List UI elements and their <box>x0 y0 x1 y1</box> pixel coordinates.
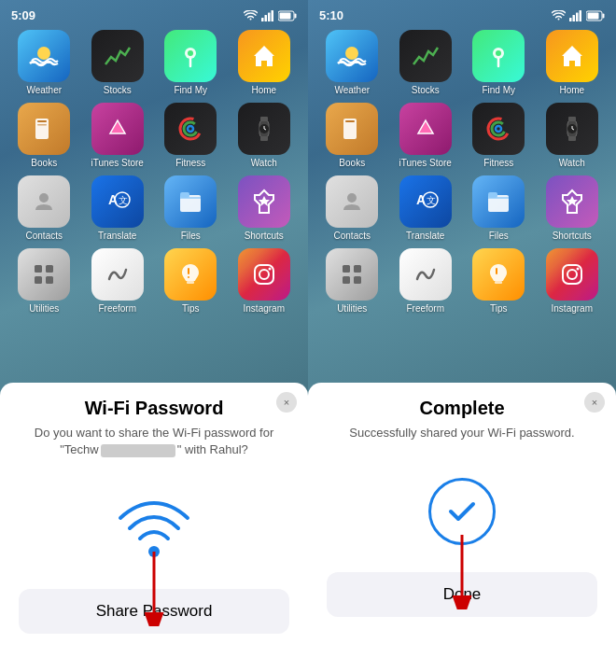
svg-rect-45 <box>576 12 579 21</box>
app-watch-left[interactable]: Watch <box>230 103 300 168</box>
svg-rect-49 <box>588 12 599 19</box>
app-tips-left[interactable]: Tips <box>156 248 226 314</box>
battery-status-icon-right <box>586 10 605 21</box>
weather-icon-right <box>326 30 378 82</box>
findmy-icon-right <box>472 30 525 82</box>
watch-label-left: Watch <box>251 158 277 168</box>
app-itunes-right[interactable]: iTunes Store <box>391 103 461 168</box>
app-watch-right[interactable]: Watch <box>538 103 608 168</box>
left-app-grid: Weather Stocks Find My Home Books <box>9 30 299 314</box>
svg-point-57 <box>492 122 505 135</box>
app-books-right[interactable]: Books <box>317 103 387 168</box>
arrow-to-button-right <box>434 535 490 609</box>
svg-rect-5 <box>295 13 297 18</box>
right-status-bar: 5:10 <box>308 0 616 26</box>
svg-text:文: 文 <box>119 195 128 205</box>
svg-rect-35 <box>188 268 189 274</box>
app-translate-left[interactable]: A 文 Translate <box>83 175 153 241</box>
svg-marker-55 <box>418 120 433 133</box>
svg-point-52 <box>496 50 501 56</box>
app-stocks-left[interactable]: Stocks <box>83 30 153 95</box>
app-weather-right[interactable]: Weather <box>317 30 387 95</box>
app-stocks-right[interactable]: Stocks <box>391 30 461 95</box>
svg-rect-76 <box>495 281 502 284</box>
wifi-password-sheet: × Wi-Fi Password Do you want to share th… <box>0 383 308 672</box>
app-fitness-right[interactable]: Fitness <box>464 103 534 168</box>
sheet-close-button-right[interactable]: × <box>584 392 605 413</box>
app-itunes-left[interactable]: iTunes Store <box>83 103 153 168</box>
instagram-icon-right <box>546 248 598 301</box>
svg-rect-32 <box>35 276 42 284</box>
itunes-icon-left <box>91 103 144 155</box>
app-instagram-right[interactable]: Instagram <box>538 248 608 314</box>
svg-marker-13 <box>110 120 125 133</box>
app-files-right[interactable]: Files <box>464 175 534 241</box>
freeform-label-left: Freeform <box>98 303 136 314</box>
app-fitness-left[interactable]: Fitness <box>156 103 226 168</box>
contacts-icon-right <box>326 175 378 228</box>
app-books-left[interactable]: Books <box>9 103 79 168</box>
home-icon-right <box>546 30 598 82</box>
complete-icon-area <box>327 460 597 563</box>
freeform-icon-left <box>91 248 144 301</box>
wifi-sheet-title: Wi-Fi Password <box>19 398 289 419</box>
left-status-icons <box>244 10 297 21</box>
svg-rect-72 <box>343 265 350 273</box>
watch-icon-right <box>546 103 598 155</box>
app-utilities-right[interactable]: Utilities <box>317 248 387 314</box>
app-freeform-left[interactable]: Freeform <box>83 248 153 314</box>
contacts-label-right: Contacts <box>334 231 371 241</box>
right-status-icons <box>552 10 605 21</box>
svg-rect-73 <box>354 265 361 273</box>
svg-point-50 <box>345 47 358 60</box>
stocks-label-right: Stocks <box>412 85 440 95</box>
books-icon-left <box>18 103 70 155</box>
app-contacts-left[interactable]: Contacts <box>9 175 79 241</box>
svg-text:文: 文 <box>427 195 436 205</box>
app-files-left[interactable]: Files <box>156 175 226 241</box>
complete-sheet-subtitle: Successfully shared your Wi-Fi password. <box>327 425 597 441</box>
app-utilities-left[interactable]: Utilities <box>9 248 79 314</box>
app-freeform-right[interactable]: Freeform <box>391 248 461 314</box>
app-findmy-right[interactable]: Find My <box>464 30 534 95</box>
wifi-sheet-subtitle: Do you want to share the Wi-Fi password … <box>19 425 289 458</box>
svg-rect-3 <box>272 10 274 21</box>
files-icon-right <box>472 175 525 228</box>
weather-icon-left <box>18 30 70 82</box>
svg-point-16 <box>188 126 193 132</box>
svg-rect-18 <box>260 117 268 121</box>
subtitle-suffix: with Rahul? <box>185 442 248 456</box>
app-home-right[interactable]: Home <box>538 30 608 95</box>
translate-icon-left: A 文 <box>91 175 144 228</box>
app-home-left[interactable]: Home <box>230 30 300 95</box>
weather-label-left: Weather <box>26 85 62 95</box>
app-tips-right[interactable]: Tips <box>464 248 534 314</box>
app-weather-left[interactable]: Weather <box>9 30 79 95</box>
instagram-label-left: Instagram <box>244 303 285 314</box>
shortcuts-icon-left <box>238 175 290 228</box>
books-label-right: Books <box>339 158 365 168</box>
sheet-close-button-left[interactable]: × <box>276 392 297 413</box>
svg-rect-11 <box>37 120 47 122</box>
svg-rect-28 <box>180 192 189 198</box>
app-contacts-right[interactable]: Contacts <box>317 175 387 241</box>
files-label-left: Files <box>181 231 201 241</box>
app-findmy-left[interactable]: Find My <box>156 30 226 95</box>
svg-rect-33 <box>46 276 53 284</box>
signal-status-icon <box>261 10 274 21</box>
complete-sheet: × Complete Successfully shared your Wi-F… <box>308 383 616 672</box>
svg-rect-46 <box>580 10 582 21</box>
svg-rect-75 <box>354 276 361 284</box>
home-label-right: Home <box>559 85 584 95</box>
app-shortcuts-right[interactable]: Shortcuts <box>538 175 608 241</box>
files-label-right: Files <box>489 231 509 241</box>
subtitle-prefix: Do you want to share the Wi-Fi password … <box>35 426 274 440</box>
svg-rect-74 <box>343 276 350 284</box>
shortcuts-label-right: Shortcuts <box>553 231 592 241</box>
app-translate-right[interactable]: A 文 Translate <box>391 175 461 241</box>
home-label-left: Home <box>251 85 276 95</box>
svg-rect-61 <box>568 136 576 141</box>
app-shortcuts-left[interactable]: Shortcuts <box>230 175 300 241</box>
app-instagram-left[interactable]: Instagram <box>230 248 300 314</box>
translate-icon-right: A 文 <box>399 175 452 228</box>
